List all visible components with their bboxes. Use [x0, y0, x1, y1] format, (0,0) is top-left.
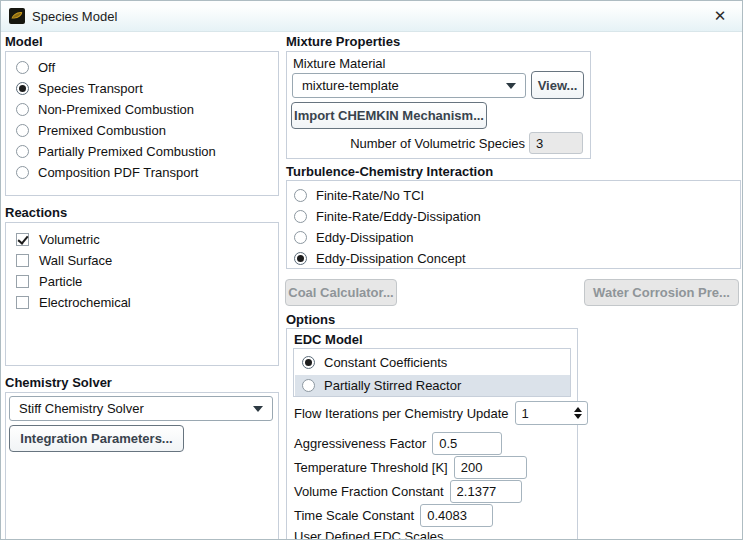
flow-iterations-value: 1 [522, 406, 529, 421]
chemistry-solver-heading: Chemistry Solver [5, 375, 112, 390]
radio-model-premixed[interactable]: Premixed Combustion [16, 122, 166, 139]
radio-label: Partially Stirred Reactor [324, 378, 461, 393]
radio-icon [294, 210, 307, 223]
radio-label: Off [38, 60, 55, 75]
stepper-arrows[interactable] [574, 407, 582, 419]
flow-iterations-label: Flow Iterations per Chemistry Update [294, 406, 509, 421]
radio-label: Premixed Combustion [38, 123, 166, 138]
edc-model-group: Constant Coefficients Partially Stirred … [293, 348, 571, 397]
time-scale-row: Time Scale Constant [294, 504, 493, 527]
checkbox-label: Electrochemical [39, 295, 131, 310]
checkbox-label: Particle [39, 274, 82, 289]
checkbox-electrochemical[interactable]: Electrochemical [16, 294, 131, 311]
volume-fraction-row: Volume Fraction Constant [294, 480, 522, 503]
radio-model-species-transport[interactable]: Species Transport [16, 80, 143, 97]
radio-label: Eddy-Dissipation Concept [316, 251, 466, 266]
reactions-heading: Reactions [5, 205, 67, 220]
model-group: Off Species Transport Non-Premixed Combu… [5, 51, 279, 196]
mixture-properties-heading: Mixture Properties [286, 34, 400, 49]
radio-label: Finite-Rate/Eddy-Dissipation [316, 209, 481, 224]
radio-icon-selected [294, 252, 307, 265]
coal-calculator-button: Coal Calculator... [285, 279, 397, 306]
radio-label: Non-Premixed Combustion [38, 102, 194, 117]
fluent-app-icon [9, 8, 25, 24]
radio-partially-stirred-reactor[interactable]: Partially Stirred Reactor [302, 377, 461, 394]
flow-iterations-row: Flow Iterations per Chemistry Update 1 [294, 401, 588, 425]
radio-icon [16, 61, 29, 74]
radio-label: Species Transport [38, 81, 143, 96]
radio-model-composition-pdf[interactable]: Composition PDF Transport [16, 164, 198, 181]
volume-fraction-input[interactable] [450, 480, 522, 503]
radio-eddy-dissipation[interactable]: Eddy-Dissipation [294, 229, 414, 246]
volume-fraction-label: Volume Fraction Constant [294, 484, 444, 499]
integration-parameters-button[interactable]: Integration Parameters... [9, 425, 184, 452]
temperature-threshold-input[interactable] [454, 456, 527, 479]
species-model-dialog: Species Model ✕ Model Off Species Transp… [0, 0, 743, 540]
temperature-threshold-row: Temperature Threshold [K] [294, 456, 527, 479]
user-defined-edc-scales-label: User Defined EDC Scales [294, 529, 444, 540]
radio-model-off[interactable]: Off [16, 59, 55, 76]
temperature-threshold-label: Temperature Threshold [K] [294, 460, 448, 475]
checkbox-volumetric[interactable]: Volumetric [16, 231, 100, 248]
reactions-group: Volumetric Wall Surface Particle Electro… [5, 222, 279, 366]
radio-icon [16, 145, 29, 158]
radio-label: Eddy-Dissipation [316, 230, 414, 245]
radio-constant-coefficients[interactable]: Constant Coefficients [302, 354, 447, 371]
radio-icon-selected [16, 82, 29, 95]
radio-label: Constant Coefficients [324, 355, 447, 370]
radio-label: Finite-Rate/No TCI [316, 188, 424, 203]
mixture-material-label: Mixture Material [293, 56, 385, 71]
checkbox-checked-icon [16, 233, 29, 246]
turbulence-chemistry-heading: Turbulence-Chemistry Interaction [286, 164, 493, 179]
radio-model-non-premixed[interactable]: Non-Premixed Combustion [16, 101, 194, 118]
radio-icon [294, 189, 307, 202]
checkbox-label: Wall Surface [39, 253, 112, 268]
edc-model-heading: EDC Model [294, 332, 363, 347]
radio-icon [16, 124, 29, 137]
radio-icon-selected [302, 356, 315, 369]
num-volumetric-species-label: Number of Volumetric Species [293, 136, 525, 151]
flow-iterations-stepper[interactable]: 1 [515, 401, 588, 425]
chemistry-solver-selected: Stiff Chemistry Solver [19, 401, 144, 416]
close-icon[interactable]: ✕ [708, 4, 732, 28]
radio-icon [16, 103, 29, 116]
checkbox-label: Volumetric [39, 232, 100, 247]
aggressiveness-label: Aggressiveness Factor [294, 436, 426, 451]
checkbox-icon [16, 254, 29, 267]
checkbox-wall-surface[interactable]: Wall Surface [16, 252, 112, 269]
checkbox-icon [16, 275, 29, 288]
radio-icon [16, 166, 29, 179]
chemistry-solver-dropdown[interactable]: Stiff Chemistry Solver [9, 396, 273, 421]
model-heading: Model [5, 34, 43, 49]
arrow-up-icon[interactable] [574, 407, 582, 412]
mixture-material-dropdown[interactable]: mixture-template [292, 73, 526, 98]
title-bar: Species Model ✕ [1, 1, 742, 32]
radio-label: Partially Premixed Combustion [38, 144, 216, 159]
mixture-material-selected: mixture-template [302, 78, 399, 93]
radio-icon [302, 379, 315, 392]
radio-finite-rate-no-tci[interactable]: Finite-Rate/No TCI [294, 187, 424, 204]
radio-label: Composition PDF Transport [38, 165, 198, 180]
arrow-down-icon[interactable] [574, 414, 582, 419]
time-scale-label: Time Scale Constant [294, 508, 414, 523]
checkbox-icon [16, 296, 29, 309]
view-button[interactable]: View... [531, 71, 584, 99]
num-volumetric-species-field: 3 [529, 132, 583, 154]
time-scale-input[interactable] [420, 504, 493, 527]
turbulence-chemistry-group: Finite-Rate/No TCI Finite-Rate/Eddy-Diss… [286, 180, 741, 269]
window-title: Species Model [32, 9, 117, 24]
radio-icon [294, 231, 307, 244]
aggressiveness-input[interactable] [432, 432, 502, 455]
radio-eddy-dissipation-concept[interactable]: Eddy-Dissipation Concept [294, 250, 466, 267]
aggressiveness-row: Aggressiveness Factor [294, 432, 502, 455]
import-chemkin-button[interactable]: Import CHEMKIN Mechanism... [291, 102, 487, 129]
radio-model-partially-premixed[interactable]: Partially Premixed Combustion [16, 143, 216, 160]
radio-finite-rate-eddy-dissipation[interactable]: Finite-Rate/Eddy-Dissipation [294, 208, 481, 225]
options-heading: Options [286, 312, 335, 327]
checkbox-particle[interactable]: Particle [16, 273, 82, 290]
water-corrosion-button: Water Corrosion Pre... [584, 279, 739, 306]
chevron-down-icon [253, 406, 263, 412]
chevron-down-icon [506, 83, 516, 89]
